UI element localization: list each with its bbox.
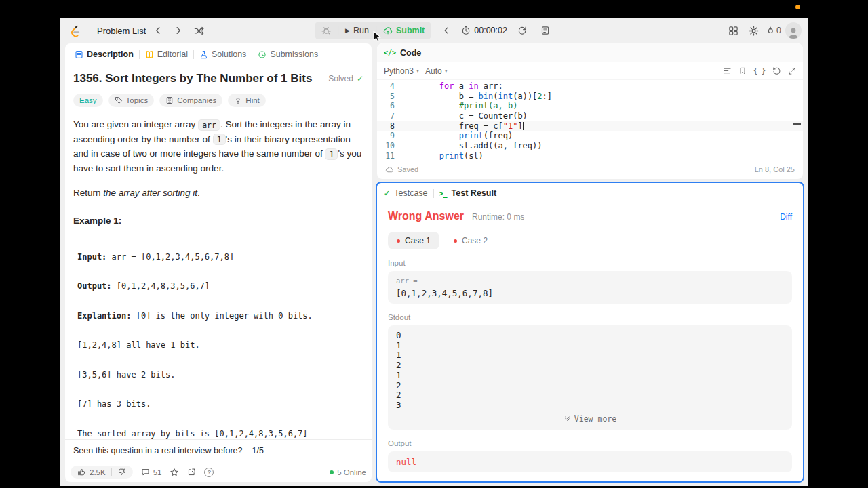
problem-list-link[interactable]: Problem List <box>97 26 146 36</box>
next-problem-button[interactable] <box>170 22 186 39</box>
solved-label: Solved <box>328 74 353 83</box>
tab-submissions[interactable]: Submissions <box>252 49 323 59</box>
tab-description[interactable]: Description <box>69 49 139 59</box>
terminal-icon: >_ <box>439 190 448 197</box>
code-line[interactable]: 4 for a in arr: <box>377 81 803 92</box>
tag-row: Easy Topics Companies <box>73 94 363 107</box>
text-caret <box>523 122 524 130</box>
notes-icon[interactable] <box>537 22 553 39</box>
code-editor[interactable]: 4 for a in arr:5 b = bin(int(a))[2:]6 #p… <box>377 80 803 160</box>
leetcode-logo-icon[interactable] <box>66 22 83 39</box>
description-tabs: Description Editorial Solutions <box>65 43 372 65</box>
editorial-icon <box>145 50 154 59</box>
overview-ruler-cursor-mark <box>793 123 801 125</box>
tab-label: Description <box>87 49 134 59</box>
avatar[interactable] <box>785 22 802 39</box>
difficulty-badge[interactable]: Easy <box>73 94 103 107</box>
tab-label: Solutions <box>212 49 246 59</box>
feedback-button[interactable]: ? <box>204 468 214 477</box>
shuffle-icon[interactable] <box>191 22 207 39</box>
hint-button[interactable]: Hint <box>228 94 265 107</box>
run-button[interactable]: ▶ Run <box>338 22 376 39</box>
share-icon <box>187 468 196 476</box>
cursor-position[interactable]: Ln 8, Col 25 <box>755 165 795 174</box>
collapse-timer-icon[interactable] <box>438 22 454 39</box>
language-selector[interactable]: Python3 ▾ <box>384 66 419 76</box>
saved-label: Saved <box>397 165 418 174</box>
debug-button[interactable] <box>315 22 338 39</box>
code-line[interactable]: 10 sl.add((a, freq)) <box>377 141 803 151</box>
online-indicator: 5 Online <box>330 468 366 476</box>
auto-complete-toggle[interactable]: Auto ▾ <box>425 66 448 76</box>
interview-page-count[interactable]: 1/5 <box>252 446 263 455</box>
leetcode-app: Problem List <box>60 18 808 486</box>
interview-question: Seen this question in a real interview b… <box>73 446 242 455</box>
input-box[interactable]: arr = [0,1,2,3,4,5,6,7,8] <box>388 271 792 304</box>
code-line[interactable]: 7 c = Counter(b) <box>377 111 803 121</box>
layout-grid-icon[interactable] <box>725 22 741 39</box>
flask-icon <box>199 50 208 59</box>
case-2-tab[interactable]: Case 2 <box>445 232 496 249</box>
code-line[interactable]: 8 freq = c["1"] <box>377 121 803 131</box>
topics-button[interactable]: Topics <box>108 94 155 107</box>
view-more-button[interactable]: View more <box>396 411 784 424</box>
auto-label: Auto <box>425 66 442 76</box>
test-result-body: Wrong Answer Runtime: 0 ms Diff Case 1 C… <box>377 203 803 481</box>
lightbulb-icon <box>234 96 242 104</box>
problem-statement-p1: You are given an integer array arr. Sort… <box>73 117 363 176</box>
bookmark-icon[interactable] <box>738 66 747 75</box>
share-button[interactable] <box>187 468 196 476</box>
output-label: Output <box>388 439 792 447</box>
favorite-button[interactable] <box>170 468 179 477</box>
testcase-tab-label: Testcase <box>394 188 427 198</box>
streak-counter[interactable]: 0 <box>766 26 781 35</box>
divider <box>422 66 422 75</box>
input-value: [0,1,2,3,4,5,6,7,8] <box>396 288 784 298</box>
input-var-name: arr = <box>396 277 784 285</box>
topics-label: Topics <box>126 96 149 104</box>
divider <box>111 468 112 476</box>
tab-solutions[interactable]: Solutions <box>194 49 252 59</box>
example1-block: Input: arr = [0,1,2,3,4,5,6,7,8] Output:… <box>73 232 363 439</box>
test-result-tab-label: Test Result <box>452 188 496 198</box>
tab-editorial[interactable]: Editorial <box>140 49 193 59</box>
tab-test-result[interactable]: >_ Test Result <box>439 188 497 198</box>
nav-right: 0 <box>725 22 802 39</box>
notification-dot <box>795 5 800 9</box>
problem-description: 1356. Sort Integers by The Number of 1 B… <box>65 65 372 439</box>
like-count: 2.5K <box>90 468 106 476</box>
reset-code-icon[interactable] <box>772 66 781 75</box>
timer-reset-icon[interactable] <box>514 22 530 39</box>
code-panel-title[interactable]: Code <box>400 48 421 58</box>
format-code-icon[interactable] <box>723 66 732 75</box>
case-1-tab[interactable]: Case 1 <box>388 232 439 249</box>
language-label: Python3 <box>384 66 414 76</box>
submit-button[interactable]: Submit <box>376 22 431 39</box>
online-dot <box>330 470 334 474</box>
dislike-button[interactable] <box>117 468 126 476</box>
tab-testcase[interactable]: ✓ Testcase <box>384 188 428 198</box>
session-timer[interactable]: 00:00:02 <box>461 26 507 35</box>
tab-label: Submissions <box>270 49 318 59</box>
code-line[interactable]: 5 b = bin(int(a))[2:] <box>377 92 803 102</box>
verdict-label: Wrong Answer <box>388 210 464 222</box>
hint-label: Hint <box>245 96 259 104</box>
tag-icon <box>115 96 123 104</box>
thumbs-up-icon <box>77 468 86 476</box>
thumbs-down-icon <box>117 468 126 476</box>
code-line[interactable]: 9 print(freq) <box>377 131 803 141</box>
comments-button[interactable]: 51 <box>141 468 162 476</box>
code-line[interactable]: 11 print(sl) <box>377 151 803 160</box>
companies-button[interactable]: Companies <box>159 94 222 107</box>
online-count: 5 Online <box>337 468 366 476</box>
maximize-icon[interactable] <box>788 67 796 75</box>
diff-link[interactable]: Diff <box>780 212 792 222</box>
code-line[interactable]: 6 #print(a, b) <box>377 101 803 111</box>
braces-icon[interactable]: { } <box>753 67 766 75</box>
prev-problem-button[interactable] <box>150 22 166 39</box>
editor-toolbar-icons: { } <box>723 66 796 75</box>
like-dislike-group: 2.5K <box>71 466 133 479</box>
like-button[interactable]: 2.5K <box>77 468 106 476</box>
gear-icon[interactable] <box>745 22 762 39</box>
test-result-panel: ✓ Testcase >_ Test Result Wrong Answer R… <box>376 182 804 483</box>
